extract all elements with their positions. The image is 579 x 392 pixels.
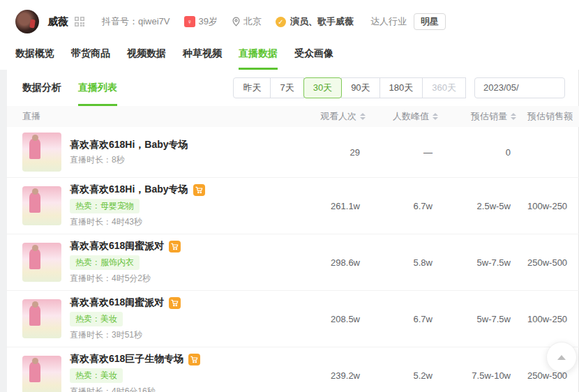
tab-audience-profile[interactable]: 受众画像 [294,42,333,70]
cart-icon [188,354,200,365]
col-peak-label: 人数峰值 [393,110,429,123]
sales-value: 5w-7.5w [442,257,520,268]
views-value: 239.2w [294,370,370,381]
creator-analytics-page: 威薇 抖音号：qiwei7V ♀ 39岁 北京 ✓ 演员、歌手威薇 达人行业 明… [0,0,579,392]
verified-info: ✓ 演员、歌手威薇 [276,15,354,28]
sales-value: 0 [442,147,520,158]
date-range-picker[interactable]: 2023/05/ [474,77,565,98]
filter-yesterday[interactable]: 昨天 [233,77,271,98]
table-row[interactable]: 喜欢喜欢618巨子生物专场 热卖：美妆 直播时长：4时6分16秒 239.2w … [7,347,579,392]
views-value: 208.5w [294,314,370,324]
tab-video-data[interactable]: 视频数据 [127,42,166,70]
gmv-value: 250w-500 [520,257,579,268]
col-sales-label: 预估销量 [471,110,507,123]
views-value: 298.6w [294,257,370,268]
filter-30d[interactable]: 30天 [303,77,342,98]
content-area: 数据分析 直播列表 昨天 7天 30天 90天 180天 360天 2023/0… [0,70,579,392]
sort-icon[interactable] [360,113,366,120]
col-live: 直播 [7,110,294,123]
live-cover-thumbnail[interactable] [22,243,61,282]
sort-icon[interactable] [511,113,516,120]
col-peak: 人数峰值 [370,110,442,123]
live-cover-thumbnail[interactable] [22,133,61,172]
peak-value: 5.8w [370,257,442,268]
table-row[interactable]: 喜欢喜欢618闺蜜派对 热卖：服饰内衣 直播时长：4时5分2秒 298.6w 5… [7,234,579,291]
col-views: 观看人次 [294,110,370,123]
live-cover-thumbnail[interactable] [22,186,61,225]
peak-value: — [370,147,442,158]
hot-sale-tag: 热卖：母婴宠物 [70,199,140,213]
gmv-value: 100w-250 [520,314,579,324]
filter-7d[interactable]: 7天 [270,77,303,98]
sales-value: 5w-7.5w [442,314,520,324]
live-cover-thumbnail[interactable] [22,356,61,392]
avatar[interactable] [15,10,39,33]
creator-name: 威薇 [47,15,68,29]
time-range-filters: 昨天 7天 30天 90天 180天 360天 2023/05/ [233,77,565,98]
female-gender-icon: ♀ [184,16,195,27]
live-duration: 直播时长：3时51秒 [70,329,181,341]
verified-badge-icon: ✓ [276,17,286,27]
peak-value: 6.7w [370,314,442,324]
location-label: 北京 [243,15,262,28]
table-row[interactable]: 喜欢喜欢618Hi，Baby专场 直播时长：8秒 29 — 0 [7,127,579,178]
gmv-value: 100w-250 [520,201,579,211]
qr-code-icon[interactable] [74,16,85,27]
peak-value: 6.7w [370,201,442,211]
live-duration: 直播时长：4时5分2秒 [70,273,181,285]
col-gmv: 预估销售额 [520,110,579,123]
hot-sale-tag: 热卖：服饰内衣 [70,255,140,270]
live-title[interactable]: 喜欢喜欢618Hi，Baby专场 [70,183,188,196]
tab-promoted-products[interactable]: 带货商品 [71,42,110,70]
back-to-top-button[interactable] [546,342,577,372]
live-title[interactable]: 喜欢喜欢618闺蜜派对 [70,296,164,309]
col-views-label: 观看人次 [320,110,356,123]
cart-icon [193,184,205,196]
table-header: 直播 观看人次 人数峰值 预估销量 预估销售额 [7,106,579,127]
sort-icon[interactable] [433,113,438,120]
table-row[interactable]: 喜欢喜欢618Hi，Baby专场 热卖：母婴宠物 直播时长：4时43秒 261.… [7,178,579,234]
douyin-id: 抖音号：qiwei7V [102,15,170,28]
peak-value: 5.2w [370,370,442,381]
live-duration: 直播时长：4时43秒 [70,216,205,228]
location-info: 北京 [232,15,262,28]
verified-desc: 演员、歌手威薇 [290,15,354,28]
location-pin-icon [232,17,241,27]
cart-icon [169,241,181,252]
tab-data-overview[interactable]: 数据概览 [15,42,54,70]
chevron-up-icon [557,355,566,360]
sales-value: 2.5w-5w [442,201,520,211]
views-value: 261.1w [294,201,370,211]
industry-label: 达人行业 [370,15,407,28]
cart-icon [169,297,181,309]
live-duration: 直播时长：4时6分16秒 [70,386,200,392]
sales-value: 7.5w-10w [442,370,520,381]
table-row[interactable]: 喜欢喜欢618闺蜜派对 热卖：美妆 直播时长：3时51秒 208.5w 6.7w… [7,291,579,347]
age-info: ♀ 39岁 [184,15,218,28]
live-title[interactable]: 喜欢喜欢618巨子生物专场 [70,353,183,365]
live-duration: 直播时长：8秒 [70,154,188,166]
industry-tag[interactable]: 明星 [414,13,446,30]
filter-360d[interactable]: 360天 [422,77,466,98]
live-cover-thumbnail[interactable] [22,299,61,338]
hot-sale-tag: 热卖：美妆 [70,312,123,326]
profile-header: 威薇 抖音号：qiwei7V ♀ 39岁 北京 ✓ 演员、歌手威薇 达人行业 明… [0,0,579,70]
live-data-card: 数据分析 直播列表 昨天 7天 30天 90天 180天 360天 2023/0… [7,70,579,392]
main-tabs: 数据概览 带货商品 视频数据 种草视频 直播数据 受众画像 [15,42,579,70]
views-value: 29 [294,147,370,158]
filter-90d[interactable]: 90天 [341,77,379,98]
col-sales: 预估销量 [442,110,520,123]
gmv-value: 250w-500 [520,370,579,381]
subtab-bar: 数据分析 直播列表 昨天 7天 30天 90天 180天 360天 2023/0… [7,70,579,106]
live-title[interactable]: 喜欢喜欢618闺蜜派对 [70,240,164,252]
live-title[interactable]: 喜欢喜欢618Hi，Baby专场 [70,139,188,151]
tab-live-data[interactable]: 直播数据 [239,42,278,70]
subtab-live-list[interactable]: 直播列表 [78,70,117,106]
hot-sale-tag: 热卖：美妆 [70,368,123,383]
subtab-data-analysis[interactable]: 数据分析 [22,70,61,106]
tab-seeding-videos[interactable]: 种草视频 [183,42,222,70]
filter-180d[interactable]: 180天 [379,77,423,98]
age-label: 39岁 [199,15,218,28]
